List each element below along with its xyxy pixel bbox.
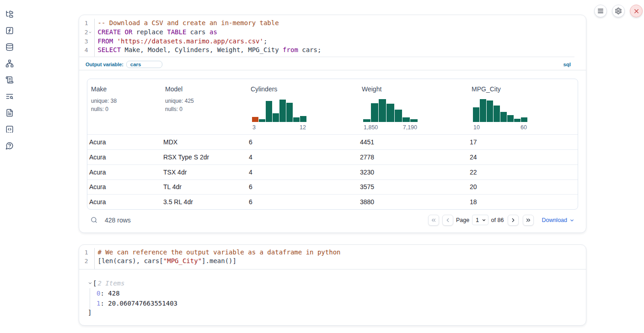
histogram-bar[interactable] [395,110,402,122]
table-row[interactable]: AcuraTSX 4dr4323022 [87,164,578,180]
column-histogram[interactable]: 312 [252,99,306,131]
cell-output: Makeunique: 38nulls: 0Modelunique: 425nu… [79,70,586,231]
histogram-bar[interactable] [379,99,386,122]
histogram-bar[interactable] [473,107,479,122]
histogram-bar[interactable] [402,117,410,122]
sidebar-item-variables[interactable] [1,22,18,39]
collapse-toggle[interactable] [88,281,92,285]
cell-sql: 1234-- Download a CSV and create an in-m… [79,15,586,233]
sidebar-item-outline[interactable] [1,72,18,88]
code-line[interactable]: [len(cars), cars["MPG_City"].mean()] [98,257,341,266]
table-cell: 3575 [358,183,468,190]
sidebar-item-documentation[interactable] [1,105,18,121]
previous-page-button[interactable] [442,215,453,226]
scroll-text-icon [5,76,14,84]
histogram-bar[interactable] [300,116,306,122]
next-page-button[interactable] [508,215,519,226]
settings-button[interactable] [612,5,625,17]
histogram-bar[interactable] [279,100,286,122]
table-cell: 22 [468,169,578,176]
sidebar-item-logs[interactable] [1,88,18,105]
code-line[interactable]: FROM 'https://datasets.marimo.app/cars.c… [98,37,322,46]
table-cell: 4451 [358,138,468,146]
histogram-bar[interactable] [286,103,293,122]
histogram-bar[interactable] [507,115,514,122]
histogram-bar[interactable] [514,119,521,122]
column-header-MPG_City[interactable]: MPG_City1060 [468,79,578,134]
sidebar-item-dependencies[interactable] [1,55,18,72]
table-cell: 3.5 RL 4dr [161,198,247,206]
table-cell: 17 [468,138,578,146]
table-cell: TL 4dr [161,183,247,190]
open-bracket: [ [93,280,97,287]
histogram-bar[interactable] [494,106,500,122]
code-line[interactable]: SELECT Make, Model, Cylinders, Weight, M… [98,46,322,55]
sidebar-item-snippets[interactable] [1,121,18,137]
line-number: 2 [79,28,94,37]
hist-min-label: 3 [252,124,256,131]
database-icon [5,43,14,51]
column-header-Make[interactable]: Makeunique: 38nulls: 0 [87,79,161,134]
folder-tree-icon [5,10,14,18]
download-button[interactable]: Download [542,217,574,223]
column-histogram[interactable]: 1060 [473,99,527,131]
helper-panel-sidebar [0,6,19,154]
code-editor[interactable]: 1234-- Download a CSV and create an in-m… [79,15,586,57]
histogram-bar[interactable] [266,101,272,122]
histogram-bar[interactable] [487,100,493,122]
column-header-Model[interactable]: Modelunique: 425nulls: 0 [161,79,247,134]
table-row[interactable]: AcuraTL 4dr6357520 [87,180,578,195]
histogram-bar[interactable] [371,103,378,122]
column-histogram[interactable]: 1,8507,190 [363,99,418,131]
search-button[interactable] [91,217,97,223]
table-cell: 20 [468,183,578,190]
fold-toggle[interactable] [88,31,92,34]
file-text-icon [5,109,14,117]
histogram-bar[interactable] [293,117,300,122]
chevron-down-icon [482,218,486,222]
table-row[interactable]: AcuraMDX6445117 [87,135,578,150]
pagination: Page1of 86 [428,215,534,226]
language-badge[interactable]: sql [563,62,571,67]
output-variable-input[interactable] [126,61,162,69]
sidebar-item-data-sources[interactable] [1,39,18,55]
hist-max-label: 12 [300,124,306,131]
code-line[interactable]: CREATE OR replace TABLE cars as [98,28,322,37]
table-header: Makeunique: 38nulls: 0Modelunique: 425nu… [87,79,578,135]
column-header-Weight[interactable]: Weight1,8507,190 [358,79,468,134]
line-number: 1 [79,19,94,28]
tree-item: 1: 20.060747663551403 [97,298,586,308]
function-square-icon [5,26,14,35]
editor-gutter: 1234 [79,19,95,56]
code-editor[interactable]: 12# We can reference the output variable… [79,245,586,269]
menu-button[interactable] [594,5,607,17]
sidebar-item-file-explorer[interactable] [1,6,18,22]
line-number: 2 [79,257,94,266]
sidebar-item-chat[interactable] [1,137,18,154]
shutdown-button[interactable] [630,5,643,17]
tree-output: [2 Items0: 4281: 20.060747663551403] [79,270,586,316]
histogram-bar[interactable] [500,112,507,122]
code-line[interactable]: # We can reference the output variable a… [98,248,341,257]
last-page-button[interactable] [523,215,534,226]
table-row[interactable]: Acura3.5 RL 4dr6388018 [87,194,578,209]
histogram-bar[interactable] [273,113,279,122]
hist-max-label: 60 [521,124,527,131]
table-row[interactable]: AcuraRSX Type S 2dr4277824 [87,149,578,164]
chevron-down-icon [88,281,92,285]
first-page-button[interactable] [428,215,439,226]
histogram-bar[interactable] [363,119,370,122]
histogram-bar[interactable] [410,119,418,122]
tree-item: 0: 428 [97,288,586,298]
histogram-bar[interactable] [259,119,265,122]
histogram-bar[interactable] [386,104,394,122]
column-header-Cylinders[interactable]: Cylinders312 [247,79,358,134]
histogram-bar[interactable] [252,117,258,122]
histogram-bar[interactable] [480,99,486,122]
editor-gutter: 12 [79,248,95,270]
x-icon [633,8,640,15]
page-select[interactable]: 1 [472,215,488,225]
code-line[interactable]: -- Download a CSV and create an in-memor… [98,19,322,28]
table-cell: Acura [87,198,161,206]
histogram-bar[interactable] [521,117,527,122]
